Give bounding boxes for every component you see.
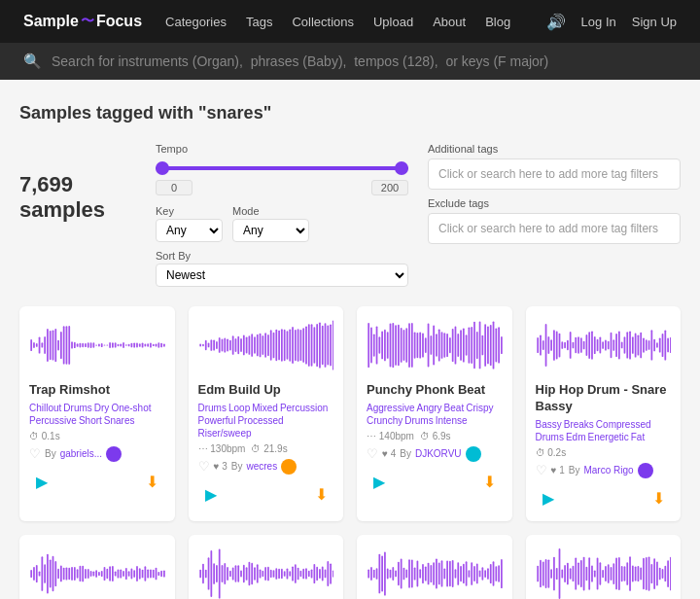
svg-rect-2 xyxy=(36,343,38,347)
key-mode-row: Key Any CC#DD# EFF#G G#AA#B Mode Any Maj… xyxy=(156,205,408,242)
signup-button[interactable]: Sign Up xyxy=(632,15,677,29)
tempo-min-input[interactable] xyxy=(156,180,192,195)
svg-rect-226 xyxy=(101,571,103,577)
svg-rect-210 xyxy=(57,569,59,579)
sample-tag[interactable]: Drums xyxy=(536,432,564,442)
sample-tag[interactable]: Breaks xyxy=(564,419,594,430)
nav-categories[interactable]: Categories xyxy=(165,15,227,29)
sample-tag[interactable]: Beat xyxy=(444,403,465,413)
search-input[interactable] xyxy=(52,53,677,69)
sample-tag[interactable]: Crispy xyxy=(466,403,493,413)
sample-tag[interactable]: Percussive xyxy=(29,415,77,426)
tempo-max-input[interactable] xyxy=(371,180,408,195)
svg-rect-254 xyxy=(210,550,212,597)
author-link[interactable]: wecres xyxy=(246,461,277,472)
sample-tag[interactable]: Crunchy xyxy=(367,415,402,426)
login-button[interactable]: Log In xyxy=(581,15,616,29)
like-button[interactable]: ♡ xyxy=(367,446,378,461)
svg-rect-371 xyxy=(593,570,595,577)
sample-card: Hip Hop Drum - Snare Noisy Bassy Breaks … xyxy=(526,535,682,599)
like-button[interactable]: ♡ xyxy=(536,463,547,477)
svg-rect-31 xyxy=(115,342,117,347)
author-link[interactable]: gabriels... xyxy=(60,448,102,459)
nav-tags[interactable]: Tags xyxy=(246,15,272,29)
play-button[interactable]: ▶ xyxy=(536,486,561,511)
svg-rect-122 xyxy=(428,324,430,368)
nav-about[interactable]: About xyxy=(433,15,466,29)
play-button[interactable]: ▶ xyxy=(29,470,54,495)
sample-tag[interactable]: Aggressive xyxy=(367,403,414,413)
svg-rect-312 xyxy=(401,558,402,588)
filter-left: 7,699 samples xyxy=(19,143,136,223)
sample-tag[interactable]: Dry xyxy=(94,403,110,413)
sample-tag[interactable]: Short xyxy=(79,415,102,426)
like-button[interactable]: ♡ xyxy=(198,459,210,474)
svg-rect-331 xyxy=(452,560,454,587)
tempo-slider[interactable] xyxy=(156,159,408,178)
svg-rect-298 xyxy=(330,563,332,583)
svg-rect-309 xyxy=(392,567,394,581)
svg-rect-321 xyxy=(425,566,427,581)
svg-rect-38 xyxy=(133,342,135,347)
sample-tag[interactable]: Drums xyxy=(198,403,227,413)
sample-tag[interactable]: Loop xyxy=(228,403,250,413)
svg-rect-391 xyxy=(648,556,649,590)
svg-rect-340 xyxy=(476,563,478,583)
author-link[interactable]: DJKORVU xyxy=(415,448,462,459)
sample-tag[interactable]: Bassy xyxy=(536,419,562,430)
sample-tag[interactable]: Intense xyxy=(436,415,468,426)
sample-tag[interactable]: Drums xyxy=(404,415,433,426)
svg-rect-76 xyxy=(269,330,271,360)
logo-wave: 〜 xyxy=(81,13,94,30)
slider-thumb-min[interactable] xyxy=(156,161,169,175)
sample-tag[interactable]: Processed xyxy=(237,415,283,426)
author-link[interactable]: Marco Rigo xyxy=(583,465,633,476)
svg-rect-332 xyxy=(455,569,457,578)
download-button[interactable]: ⬇ xyxy=(477,470,503,495)
sample-tag[interactable]: Riser/sweep xyxy=(198,428,252,439)
slider-thumb-max[interactable] xyxy=(395,161,408,175)
play-button[interactable]: ▶ xyxy=(367,470,392,495)
sample-tag[interactable]: Mixed xyxy=(252,403,278,413)
svg-rect-190 xyxy=(645,339,647,351)
key-select[interactable]: Any CC#DD# EFF#G G#AA#B xyxy=(156,219,223,242)
sort-select[interactable]: Newest Most Liked Most Downloaded xyxy=(156,264,408,287)
duration: ⏱ 6.9s xyxy=(420,431,451,441)
sample-tag[interactable]: Fat xyxy=(631,432,645,442)
sample-tag[interactable]: Compressed xyxy=(596,419,651,430)
sample-tag[interactable]: Angry xyxy=(416,403,441,413)
like-button[interactable]: ♡ xyxy=(29,446,41,461)
svg-rect-253 xyxy=(207,557,209,589)
sample-tag[interactable]: Chillout xyxy=(29,403,61,413)
volume-icon[interactable]: 🔊 xyxy=(546,13,566,31)
card-bottom: ♡ ♥ 3 By wecres xyxy=(198,459,334,475)
svg-rect-6 xyxy=(47,329,49,362)
download-button[interactable]: ⬇ xyxy=(646,486,671,511)
by-text: By xyxy=(231,461,243,472)
sample-tag[interactable]: Drums xyxy=(63,403,91,413)
nav-collections[interactable]: Collections xyxy=(292,15,354,29)
svg-rect-288 xyxy=(302,569,304,580)
mode-select[interactable]: Any Major Minor xyxy=(232,219,309,242)
download-button[interactable]: ⬇ xyxy=(308,482,333,508)
nav-blog[interactable]: Blog xyxy=(485,15,510,29)
svg-rect-49 xyxy=(163,343,164,346)
svg-rect-45 xyxy=(153,344,155,346)
svg-rect-105 xyxy=(381,332,383,360)
download-button[interactable]: ⬇ xyxy=(140,470,165,495)
sample-tag[interactable]: Powerful xyxy=(198,415,236,426)
svg-rect-270 xyxy=(254,567,256,580)
nav-upload[interactable]: Upload xyxy=(373,15,413,29)
sample-tag[interactable]: One-shot xyxy=(111,403,151,413)
svg-rect-37 xyxy=(131,343,133,348)
sample-tag[interactable]: Snares xyxy=(104,415,135,426)
sample-tag[interactable]: Percussion xyxy=(280,403,328,413)
sample-tag[interactable]: Energetic xyxy=(588,432,629,442)
additional-tags-input[interactable]: Click or search here to add more tag fil… xyxy=(428,159,681,190)
sample-tag[interactable]: Edm xyxy=(566,432,586,442)
logo[interactable]: Sample〜Focus xyxy=(23,13,142,30)
nav-right: 🔊 Log In Sign Up xyxy=(546,13,677,31)
exclude-tags-input[interactable]: Click or search here to add more tag fil… xyxy=(428,213,681,244)
play-button[interactable]: ▶ xyxy=(198,482,224,508)
sample-meta: ⏱ 0.1s xyxy=(29,431,165,441)
